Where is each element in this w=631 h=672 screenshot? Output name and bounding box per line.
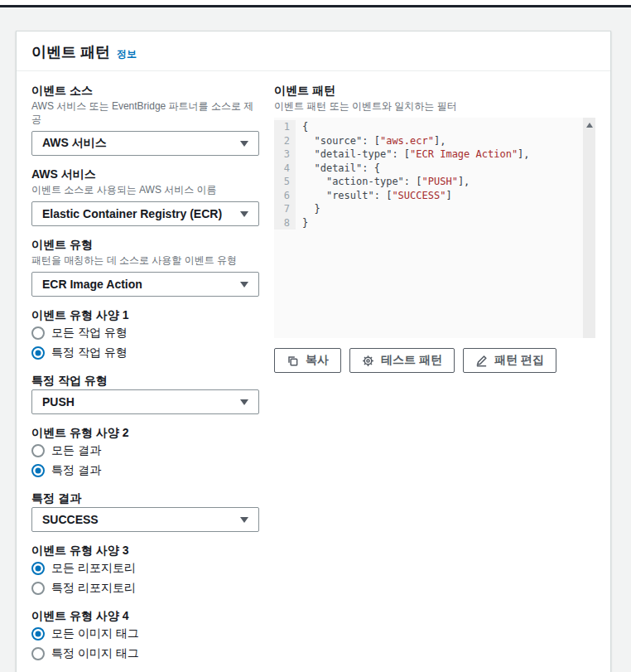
radio-label: 모든 리포지토리 [51,561,136,576]
event-source-field: 이벤트 소스 AWS 서비스 또는 EventBridge 파트너를 소스로 제… [31,83,259,156]
spec2-option-all[interactable]: 모든 결과 [31,442,259,460]
event-source-label: 이벤트 소스 [31,83,259,98]
spec2-label: 이벤트 유형 사양 2 [31,425,259,440]
json-editor[interactable]: 1{2 "source": ["aws.ecr"],3 "detail-type… [274,118,595,338]
radio-unchecked-icon [31,647,45,660]
pattern-description: 이벤트 패턴 또는 이벤트와 일치하는 필터 [274,99,595,113]
test-pattern-button[interactable]: 테스트 패턴 [349,348,455,373]
spec4-option-specific[interactable]: 특정 이미지 태그 [31,645,259,663]
code-text: { [296,120,308,134]
radio-unchecked-icon [31,444,45,457]
specific-result-field: 특정 결과 SUCCESS [31,491,259,532]
specific-result-label: 특정 결과 [31,491,259,505]
specific-result-value: SUCCESS [42,513,99,526]
pencil-icon [475,355,488,367]
aws-service-select[interactable]: Elastic Container Registry (ECR) [31,201,259,226]
chevron-down-icon [240,517,248,523]
test-pattern-button-label: 테스트 패턴 [381,353,442,368]
code-lines: 1{2 "source": ["aws.ecr"],3 "detail-type… [274,120,595,230]
line-number: 6 [274,189,296,203]
copy-icon [287,355,299,367]
pattern-label: 이벤트 패턴 [274,83,595,98]
spec1-option-specific[interactable]: 특정 작업 유형 [31,344,259,362]
radio-checked-icon [31,346,45,360]
event-type-spec1-group: 이벤트 유형 사양 1 모든 작업 유형 특정 작업 유형 [31,307,259,362]
code-line: 6 "result": ["SUCCESS"] [274,189,595,203]
radio-label: 특정 이미지 태그 [51,646,139,661]
pattern-column: 이벤트 패턴 이벤트 패턴 또는 이벤트와 일치하는 필터 1{2 "sourc… [274,83,595,665]
event-source-value: AWS 서비스 [42,136,107,151]
copy-button-label: 복사 [306,353,329,368]
specific-result-select[interactable]: SUCCESS [31,507,259,532]
aws-service-value: Elastic Container Registry (ECR) [42,207,222,220]
line-number: 4 [274,162,296,176]
event-type-description: 패턴을 매칭하는 데 소스로 사용할 이벤트 유형 [31,254,259,267]
top-divider [0,0,631,7]
event-pattern-panel: 이벤트 패턴 정보 이벤트 소스 AWS 서비스 또는 EventBridge … [16,31,611,672]
spec1-label: 이벤트 유형 사양 1 [31,307,259,322]
code-line: 1{ [274,120,595,134]
code-text: } [296,202,320,216]
specific-action-field: 특정 작업 유형 PUSH [31,373,259,414]
spec1-option-all[interactable]: 모든 작업 유형 [31,324,259,342]
code-text: "source": ["aws.ecr"], [296,134,446,148]
line-number: 7 [274,202,296,216]
specific-action-label: 특정 작업 유형 [31,373,259,388]
specific-action-select[interactable]: PUSH [31,389,259,414]
panel-body: 이벤트 소스 AWS 서비스 또는 EventBridge 파트너를 소스로 제… [17,71,610,672]
event-type-spec4-group: 이벤트 유형 사양 4 모든 이미지 태그 특정 이미지 태그 [31,608,259,663]
editor-scrollbar[interactable] [583,118,595,338]
spec2-option-specific[interactable]: 특정 결과 [31,462,259,480]
spec4-option-all[interactable]: 모든 이미지 태그 [31,625,259,643]
pattern-actions: 복사 테스트 패턴 패턴 편집 [274,348,595,373]
line-number: 2 [274,134,296,148]
radio-checked-icon [31,562,45,575]
code-text: } [296,216,308,230]
aws-service-field: AWS 서비스 이벤트 소스로 사용되는 AWS 서비스 이름 Elastic … [31,167,259,226]
spec3-option-specific[interactable]: 특정 리포지토리 [31,579,259,597]
specific-action-value: PUSH [42,395,75,409]
chevron-down-icon [240,282,248,288]
event-type-value: ECR Image Action [42,278,142,291]
radio-checked-icon [31,464,45,477]
code-line: 8} [274,216,595,230]
line-number: 3 [274,147,296,162]
spec3-option-all[interactable]: 모든 리포지토리 [31,559,259,578]
event-type-spec2-group: 이벤트 유형 사양 2 모든 결과 특정 결과 [31,425,259,480]
info-link[interactable]: 정보 [117,47,137,61]
code-text: "action-type": ["PUSH"], [296,175,470,189]
line-number: 1 [274,120,296,134]
chevron-down-icon [240,141,248,147]
radio-label: 모든 작업 유형 [51,326,128,341]
event-type-label: 이벤트 유형 [31,237,259,252]
radio-label: 특정 결과 [51,463,101,478]
code-text: "detail-type": ["ECR Image Action"], [296,147,530,162]
radio-unchecked-icon [31,326,45,340]
event-source-select[interactable]: AWS 서비스 [31,131,259,156]
code-line: 7 } [274,202,595,216]
radio-label: 특정 작업 유형 [51,346,128,360]
code-line: 2 "source": ["aws.ecr"], [274,134,595,148]
scroll-up-arrow-icon [586,123,593,128]
radio-checked-icon [31,627,45,641]
code-line: 4 "detail": { [274,162,595,176]
aws-service-description: 이벤트 소스로 사용되는 AWS 서비스 이름 [31,183,259,196]
chevron-down-icon [240,211,248,217]
spec4-label: 이벤트 유형 사양 4 [31,608,259,623]
event-type-field: 이벤트 유형 패턴을 매칭하는 데 소스로 사용할 이벤트 유형 ECR Ima… [31,237,259,297]
event-source-description: AWS 서비스 또는 EventBridge 파트너를 소스로 제공 [31,99,259,126]
code-line: 3 "detail-type": ["ECR Image Action"], [274,147,595,162]
panel-header: 이벤트 패턴 정보 [17,31,610,71]
code-text: "detail": { [296,162,380,176]
panel-title: 이벤트 패턴 [31,42,110,62]
event-type-select[interactable]: ECR Image Action [31,272,259,297]
line-number: 5 [274,175,296,189]
chevron-down-icon [240,399,248,405]
edit-pattern-button[interactable]: 패턴 편집 [463,348,556,373]
code-line: 5 "action-type": ["PUSH"], [274,175,595,189]
radio-label: 모든 결과 [51,443,101,458]
gear-icon [362,355,374,367]
copy-button[interactable]: 복사 [274,348,341,373]
edit-pattern-button-label: 패턴 편집 [494,353,544,368]
event-type-spec3-group: 이벤트 유형 사양 3 모든 리포지토리 특정 리포지토리 [31,543,259,597]
